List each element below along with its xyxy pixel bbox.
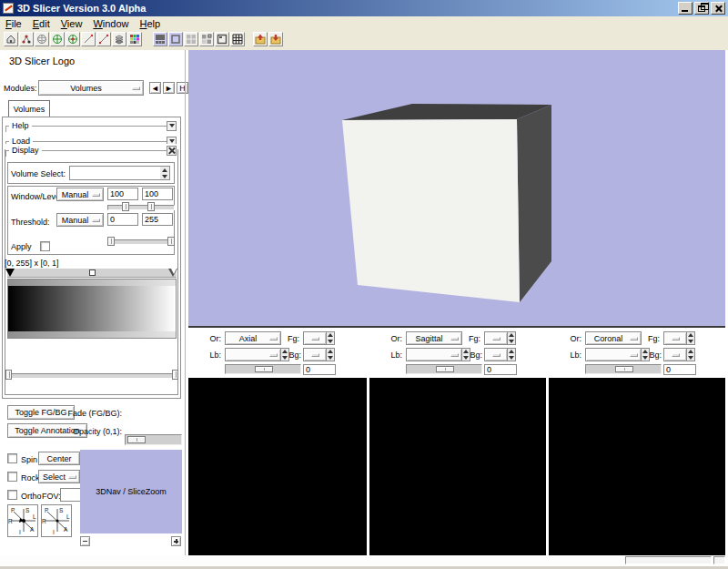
restore-button[interactable] <box>694 2 709 15</box>
tf-gradient-bottom-strip <box>8 331 176 338</box>
foreground-select-menubutton[interactable] <box>303 331 327 345</box>
module-forward-button[interactable]: ► <box>163 82 175 94</box>
tf-gradient-editor[interactable] <box>7 279 177 339</box>
display-close-button[interactable] <box>167 146 177 156</box>
layout-lightbox-icon[interactable] <box>230 32 245 46</box>
modules-tree-icon[interactable] <box>19 32 34 46</box>
foreground-select-menubutton[interactable] <box>663 331 687 345</box>
window-entry[interactable]: 100 <box>107 188 138 200</box>
background-select-menubutton[interactable] <box>663 348 687 361</box>
modules-menubutton[interactable]: Volumes <box>38 80 144 96</box>
volume-select-combobox[interactable] <box>69 166 161 180</box>
orientation-menubutton[interactable]: Sagittal <box>406 331 462 345</box>
orientation-menubutton[interactable]: Coronal <box>585 331 642 345</box>
tf-marker-left-icon[interactable] <box>5 269 15 277</box>
background-spinner[interactable] <box>508 348 516 361</box>
labelmap-select-menubutton[interactable] <box>406 348 462 361</box>
threshold-high-handle[interactable] <box>167 237 175 246</box>
minus-icon <box>83 541 87 543</box>
slice-offset-slider[interactable] <box>585 364 662 374</box>
foreground-spinner[interactable] <box>327 331 335 345</box>
section-display[interactable]: Display <box>5 144 177 157</box>
layout-quad-view-icon[interactable] <box>199 32 214 46</box>
slice-viewport-axial[interactable] <box>188 378 367 555</box>
orientation-menubutton[interactable]: Axial <box>225 331 281 345</box>
slice-viewport-coronal[interactable] <box>549 378 725 555</box>
foreground-spinner[interactable] <box>687 331 695 345</box>
color-lut-icon[interactable] <box>127 32 142 46</box>
stereo-select-menubutton[interactable]: Select <box>38 470 80 483</box>
foreground-spinner[interactable] <box>508 331 516 345</box>
window-level-range-slider[interactable] <box>107 202 175 211</box>
fade-slider[interactable] <box>125 434 182 445</box>
volume-select-spinner[interactable] <box>160 166 170 180</box>
help-collapse-button[interactable] <box>167 121 177 131</box>
threshold-low-entry[interactable]: 0 <box>107 213 138 226</box>
window-handle[interactable] <box>122 202 129 211</box>
measure-icon[interactable] <box>96 32 111 46</box>
tf-zoom-right-handle[interactable] <box>172 370 178 380</box>
slice-viewport-sagittal[interactable] <box>369 378 546 555</box>
tf-zoom-left-handle[interactable] <box>5 370 12 380</box>
save-scene-icon[interactable] <box>253 32 268 46</box>
menu-window[interactable]: Window <box>87 18 134 29</box>
slice-offset-slider[interactable] <box>225 364 301 374</box>
threshold-high-entry[interactable]: 255 <box>142 213 173 226</box>
background-select-menubutton[interactable] <box>303 348 327 361</box>
background-select-menubutton[interactable] <box>484 348 508 361</box>
section-help[interactable]: Help <box>5 119 177 132</box>
ortho-checkbox[interactable] <box>7 490 17 500</box>
close-button[interactable] <box>711 2 725 15</box>
minimize-button[interactable] <box>678 2 693 15</box>
nav-zoom-out-button[interactable] <box>80 536 90 546</box>
menu-help[interactable]: Help <box>135 18 167 29</box>
menu-view[interactable]: View <box>56 18 88 29</box>
level-handle[interactable] <box>147 202 155 211</box>
ruler-icon[interactable] <box>81 32 96 46</box>
panel-sash[interactable] <box>185 50 186 555</box>
slice-offset-entry[interactable]: 0 <box>484 364 517 375</box>
level-entry[interactable]: 100 <box>142 188 173 200</box>
load-scene-icon[interactable] <box>268 32 283 46</box>
center-button[interactable]: Center <box>38 452 80 465</box>
background-spinner[interactable] <box>687 348 695 361</box>
foreground-select-menubutton[interactable] <box>484 331 508 345</box>
orientation-axes-widget-2[interactable]: P S R L I A <box>41 504 72 537</box>
slice-offset-entry[interactable]: 0 <box>303 364 336 375</box>
orientation-axes-widget-1[interactable]: P S R L I A <box>7 504 38 537</box>
fiducial-add-icon[interactable] <box>50 32 65 46</box>
slice-offset-entry[interactable]: 0 <box>663 364 696 375</box>
menu-indicator-icon <box>68 475 76 479</box>
module-back-button[interactable]: ◄ <box>149 82 161 94</box>
slice-offset-slider[interactable] <box>406 364 482 374</box>
threshold-low-handle[interactable] <box>107 237 115 246</box>
menu-edit[interactable]: Edit <box>27 18 56 29</box>
spin-checkbox[interactable] <box>7 453 17 463</box>
fiducial-list-icon[interactable] <box>66 32 80 46</box>
nav-zoom-panel[interactable]: 3DNav / SliceZoom <box>80 450 182 533</box>
transforms-icon[interactable] <box>112 32 126 46</box>
home-icon[interactable] <box>4 32 18 46</box>
3d-viewport[interactable] <box>188 50 725 328</box>
nav-zoom-in-button[interactable] <box>171 536 181 546</box>
tf-marker-mid-icon[interactable] <box>89 269 96 276</box>
wireframe-globe-icon[interactable] <box>35 32 49 46</box>
fade-slider-handle[interactable] <box>127 436 146 443</box>
labelmap-select-menubutton[interactable] <box>585 348 642 361</box>
threshold-range-slider[interactable] <box>107 237 175 246</box>
layout-four-up-icon[interactable] <box>184 32 198 46</box>
menu-file[interactable]: File <box>0 18 27 29</box>
layout-conventional-icon[interactable] <box>153 32 167 46</box>
layout-3d-only-icon[interactable] <box>168 32 183 46</box>
labelmap-select-menubutton[interactable] <box>225 348 281 361</box>
tab-volumes[interactable]: Volumes <box>8 100 50 117</box>
layout-tabbed-3d-icon[interactable] <box>215 32 229 46</box>
threshold-mode-menubutton[interactable]: Manual <box>56 213 104 227</box>
tf-zoom-slider[interactable] <box>5 370 178 380</box>
module-history-button[interactable]: H <box>177 82 188 94</box>
apply-checkbox[interactable] <box>40 241 50 251</box>
background-spinner[interactable] <box>327 348 335 361</box>
window-level-mode-menubutton[interactable]: Manual <box>56 188 104 201</box>
rock-checkbox[interactable] <box>7 472 17 482</box>
tf-marker-bar[interactable] <box>7 269 177 278</box>
